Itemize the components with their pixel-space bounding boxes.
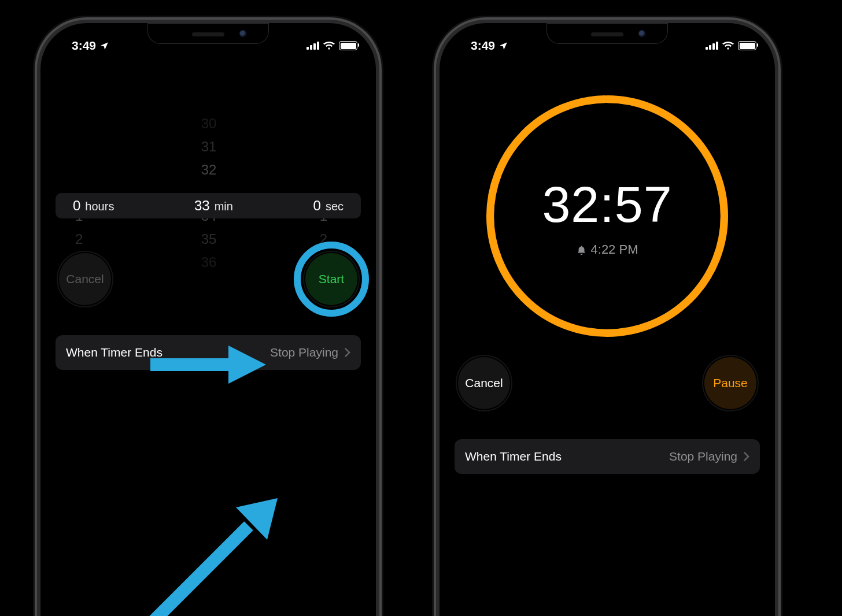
cellular-icon (306, 42, 319, 50)
seconds-unit: sec (326, 200, 344, 213)
speaker (192, 32, 224, 36)
cancel-button[interactable]: Cancel (57, 251, 113, 307)
when-timer-ends-label: When Timer Ends (465, 450, 562, 463)
minutes-unit: min (215, 200, 233, 213)
status-time: 3:49 (471, 39, 495, 53)
notch (147, 23, 269, 44)
countdown-ring: 32:57 4:22 PM (480, 89, 734, 343)
when-timer-ends-value: Stop Playing (669, 450, 737, 463)
bell-icon (577, 245, 586, 255)
cancel-button[interactable]: Cancel (456, 355, 512, 411)
chevron-right-icon (344, 347, 350, 358)
hours-value: 0 (73, 198, 80, 214)
battery-icon (738, 41, 756, 50)
location-icon (99, 41, 109, 51)
annotation-arrow-to-row (139, 485, 289, 616)
when-timer-ends-value: Stop Playing (270, 346, 338, 359)
battery-icon (339, 41, 357, 50)
svg-marker-3 (228, 346, 266, 384)
front-camera (239, 30, 247, 38)
pause-button[interactable]: Pause (702, 355, 759, 411)
annotation-arrow-to-start (150, 339, 266, 391)
picker-selected-row: 0 hours 33 min 0 sec (56, 193, 361, 218)
speaker (591, 32, 623, 36)
chevron-right-icon (743, 451, 749, 462)
countdown-remaining: 32:57 (542, 175, 672, 234)
countdown-end-time: 4:22 PM (591, 242, 638, 257)
status-time: 3:49 (72, 39, 96, 53)
svg-line-4 (150, 526, 249, 616)
wifi-icon (722, 40, 734, 51)
countdown: 32:57 4:22 PM (455, 89, 760, 343)
notch (546, 23, 668, 44)
front-camera (638, 30, 646, 38)
cellular-icon (706, 42, 718, 50)
seconds-value: 0 (313, 198, 321, 214)
phone-frame-right: 3:49 3 (440, 23, 775, 616)
wifi-icon (323, 40, 335, 51)
when-timer-ends-row[interactable]: When Timer Ends Stop Playing (455, 439, 760, 474)
minutes-value: 33 (194, 198, 210, 214)
when-timer-ends-label: When Timer Ends (66, 346, 163, 359)
location-icon (498, 41, 508, 51)
hours-unit: hours (85, 200, 114, 213)
start-button[interactable]: Start (303, 251, 360, 307)
